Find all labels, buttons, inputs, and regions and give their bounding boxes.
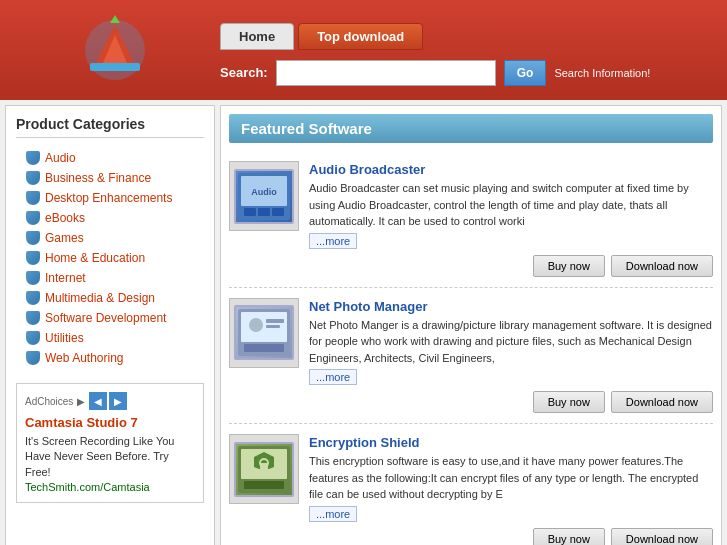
sidebar-link-utilities[interactable]: Utilities xyxy=(45,331,84,345)
sidebar-link-ebooks[interactable]: eBooks xyxy=(45,211,85,225)
search-input[interactable] xyxy=(276,60,496,86)
ad-product-title: Camtasia Studio 7 xyxy=(25,415,195,430)
sidebar-item-utilities[interactable]: Utilities xyxy=(16,328,204,348)
audio-broadcaster-desc: Audio Broadcaster can set music playing … xyxy=(309,180,713,230)
enc-box-icon xyxy=(234,442,294,497)
shield-icon xyxy=(26,171,40,185)
net-photo-buy-button[interactable]: Buy now xyxy=(533,391,605,413)
encryption-img xyxy=(229,434,299,504)
shield-icon xyxy=(26,191,40,205)
ad-choices-icon: ▶ xyxy=(77,396,85,407)
audio-buy-button[interactable]: Buy now xyxy=(533,255,605,277)
svg-rect-12 xyxy=(241,312,287,342)
content-area: Featured Software Audio xyxy=(215,100,727,545)
svg-text:Audio: Audio xyxy=(251,187,277,197)
ad-box: AdChoices ▶ ◀ ▶ Camtasia Studio 7 It's S… xyxy=(16,383,204,503)
shield-icon xyxy=(26,231,40,245)
main-container: Product Categories Audio Business & Fina… xyxy=(0,100,727,545)
ad-product-link[interactable]: TechSmith.com/Camtasia xyxy=(25,481,150,493)
sidebar-link-audio[interactable]: Audio xyxy=(45,151,76,165)
ad-choices-label: AdChoices xyxy=(25,396,73,407)
sidebar-link-home-education[interactable]: Home & Education xyxy=(45,251,145,265)
search-bar: Search: Go Search Information! xyxy=(220,60,717,86)
audio-broadcaster-actions: Buy now Download now xyxy=(309,255,713,277)
sidebar-item-desktop[interactable]: Desktop Enhancements xyxy=(16,188,204,208)
net-photo-download-button[interactable]: Download now xyxy=(611,391,713,413)
sidebar-item-software-dev[interactable]: Software Development xyxy=(16,308,204,328)
featured-header: Featured Software xyxy=(229,114,713,143)
audio-broadcaster-info: Audio Broadcaster Audio Broadcaster can … xyxy=(309,161,713,277)
svg-rect-21 xyxy=(244,481,284,489)
sidebar-link-business[interactable]: Business & Finance xyxy=(45,171,151,185)
sidebar-item-business-finance[interactable]: Business & Finance xyxy=(16,168,204,188)
sidebar-link-desktop[interactable]: Desktop Enhancements xyxy=(45,191,172,205)
search-button[interactable]: Go xyxy=(504,60,547,86)
audio-box-icon: Audio xyxy=(234,169,294,224)
sidebar-link-internet[interactable]: Internet xyxy=(45,271,86,285)
net-photo-img xyxy=(229,298,299,368)
nav-tabs: Home Top download xyxy=(220,23,717,50)
svg-rect-14 xyxy=(266,319,284,323)
sidebar-item-web-authoring[interactable]: Web Authoring xyxy=(16,348,204,368)
search-label: Search: xyxy=(220,65,268,80)
svg-rect-9 xyxy=(258,208,270,216)
svg-rect-10 xyxy=(272,208,284,216)
sidebar-item-home-education[interactable]: Home & Education xyxy=(16,248,204,268)
shield-icon xyxy=(26,271,40,285)
logo-area xyxy=(10,15,220,85)
top-download-tab[interactable]: Top download xyxy=(298,23,423,50)
net-photo-link[interactable]: Net Photo Manager xyxy=(309,299,427,314)
shield-icon xyxy=(26,331,40,345)
home-tab[interactable]: Home xyxy=(220,23,294,50)
sidebar-item-audio[interactable]: Audio xyxy=(16,148,204,168)
audio-broadcaster-more[interactable]: ...more xyxy=(309,233,357,249)
ad-choices-bar: AdChoices ▶ ◀ ▶ xyxy=(25,392,195,410)
sidebar: Product Categories Audio Business & Fina… xyxy=(5,105,215,545)
encryption-download-button[interactable]: Download now xyxy=(611,528,713,546)
net-photo-actions: Buy now Download now xyxy=(309,391,713,413)
net-photo-info: Net Photo Manager Net Photo Manger is a … xyxy=(309,298,713,414)
encryption-buy-button[interactable]: Buy now xyxy=(533,528,605,546)
header: Home Top download Search: Go Search Info… xyxy=(0,0,727,100)
ad-content: Camtasia Studio 7 It's Screen Recording … xyxy=(25,415,195,494)
ad-next-button[interactable]: ▶ xyxy=(109,392,127,410)
net-box-icon xyxy=(234,305,294,360)
sidebar-title: Product Categories xyxy=(16,116,204,138)
encryption-more[interactable]: ...more xyxy=(309,506,357,522)
ad-nav-buttons: ◀ ▶ xyxy=(89,392,127,410)
net-photo-desc: Net Photo Manger is a drawing/picture li… xyxy=(309,317,713,367)
list-item: Encryption Shield This encryption softwa… xyxy=(229,424,713,545)
featured-section: Featured Software Audio xyxy=(220,105,722,545)
sidebar-link-software-dev[interactable]: Software Development xyxy=(45,311,166,325)
audio-broadcaster-img: Audio xyxy=(229,161,299,231)
list-item: Audio Audio Broadcaster Audio Broadcaste… xyxy=(229,151,713,288)
shield-icon xyxy=(26,351,40,365)
shield-icon xyxy=(26,151,40,165)
sidebar-link-games[interactable]: Games xyxy=(45,231,84,245)
site-logo xyxy=(80,15,150,85)
audio-broadcaster-link[interactable]: Audio Broadcaster xyxy=(309,162,425,177)
search-info-text: Search Information! xyxy=(554,67,650,79)
sidebar-item-games[interactable]: Games xyxy=(16,228,204,248)
encryption-desc: This encryption software is easy to use,… xyxy=(309,453,713,503)
shield-icon xyxy=(26,251,40,265)
ad-prev-button[interactable]: ◀ xyxy=(89,392,107,410)
svg-point-13 xyxy=(249,318,263,332)
svg-rect-15 xyxy=(266,325,280,328)
sidebar-item-multimedia[interactable]: Multimedia & Design xyxy=(16,288,204,308)
shield-icon xyxy=(26,211,40,225)
sidebar-link-web-authoring[interactable]: Web Authoring xyxy=(45,351,124,365)
ad-product-desc: It's Screen Recording Like You Have Neve… xyxy=(25,434,195,480)
encryption-link[interactable]: Encryption Shield xyxy=(309,435,420,450)
sidebar-item-ebooks[interactable]: eBooks xyxy=(16,208,204,228)
sidebar-item-internet[interactable]: Internet xyxy=(16,268,204,288)
net-photo-more[interactable]: ...more xyxy=(309,369,357,385)
svg-rect-8 xyxy=(244,208,256,216)
list-item: Net Photo Manager Net Photo Manger is a … xyxy=(229,288,713,425)
shield-icon xyxy=(26,311,40,325)
svg-rect-3 xyxy=(90,63,140,71)
svg-marker-4 xyxy=(110,15,120,23)
sidebar-link-multimedia[interactable]: Multimedia & Design xyxy=(45,291,155,305)
header-right: Home Top download Search: Go Search Info… xyxy=(220,15,717,86)
audio-download-button[interactable]: Download now xyxy=(611,255,713,277)
